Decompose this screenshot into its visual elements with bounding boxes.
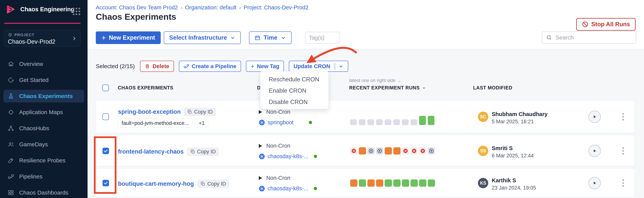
run-status-failed[interactable]: [419, 147, 426, 154]
delete-button[interactable]: Delete: [140, 61, 174, 72]
column-header-experiments[interactable]: CHAOS EXPERIMENTS: [118, 85, 173, 90]
run-status-running[interactable]: [368, 180, 375, 187]
sidebar-item-label: Application Maps: [19, 109, 63, 116]
select-infrastructure-dropdown[interactable]: Select Infrastructure: [164, 32, 241, 44]
module-grid-icon[interactable]: [73, 8, 80, 15]
experiment-name-link[interactable]: frontend-latency-chaos: [118, 148, 184, 155]
chevron-down-icon[interactable]: [338, 64, 344, 69]
sidebar-item-overview[interactable]: Overview: [0, 56, 88, 72]
menu-item-enable-cron[interactable]: Enable CRON: [269, 87, 306, 94]
run-status-completed[interactable]: [402, 180, 409, 187]
run-status-none[interactable]: [393, 119, 400, 125]
expand-triangle-icon[interactable]: [259, 176, 262, 180]
run-status-stopped[interactable]: [428, 147, 435, 154]
run-status-completed[interactable]: [359, 180, 366, 187]
chevron-down-icon[interactable]: [422, 86, 426, 90]
run-status-none[interactable]: [376, 119, 383, 125]
sidebar-item-get-started[interactable]: Get Started: [0, 72, 88, 88]
time-filter-dropdown[interactable]: Time: [249, 32, 292, 44]
column-header-recent-runs[interactable]: RECENT EXPERIMENT RUNS: [349, 85, 426, 90]
sidebar-item-gamedays[interactable]: GameDays: [0, 136, 88, 152]
run-experiment-button[interactable]: [588, 145, 601, 157]
recent-runs-strip: [350, 111, 434, 125]
tags-filter-input[interactable]: [305, 32, 340, 44]
run-status-running[interactable]: [350, 180, 358, 187]
new-tag-button[interactable]: + New Tag: [246, 61, 284, 72]
run-status-none[interactable]: [359, 119, 366, 125]
project-selector[interactable]: PROJECT Chaos-Dev-Prod2: [4, 30, 80, 47]
stop-all-runs-button[interactable]: Stop All Runs: [576, 18, 636, 31]
breadcrumb-org-link[interactable]: Organization: default: [185, 4, 236, 11]
selected-count-label: Selected (2/15): [96, 63, 135, 70]
run-status-none[interactable]: [368, 119, 374, 125]
sidebar-item-chaos-experiments[interactable]: Chaos Experiments: [4, 90, 84, 102]
breadcrumb-separator: ›: [180, 4, 182, 11]
create-pipeline-button[interactable]: Create a Pipeline: [179, 61, 241, 72]
tag-more-pill[interactable]: +1: [195, 119, 208, 128]
modified-date: 5 Mar 2025, 16:21: [492, 119, 534, 125]
modified-by-name: Smriti S: [492, 145, 513, 152]
update-cron-button[interactable]: Update CRON: [289, 61, 348, 72]
row-checkbox[interactable]: [102, 180, 109, 186]
run-status-stopped[interactable]: [368, 147, 375, 154]
row-checkbox[interactable]: [102, 148, 109, 154]
experiment-name-link[interactable]: spring-boot-exception: [118, 108, 181, 115]
run-status-running[interactable]: [376, 180, 383, 187]
network-icon: [8, 125, 14, 132]
run-status-completed[interactable]: [428, 180, 435, 187]
create-pipeline-label: Create a Pipeline: [192, 63, 236, 70]
row-menu-button[interactable]: [619, 111, 627, 123]
run-status-none[interactable]: [350, 119, 357, 125]
run-status-failed[interactable]: [410, 147, 418, 154]
column-header-last-modified[interactable]: LAST MODIFIED: [473, 85, 512, 90]
run-status-none[interactable]: [410, 119, 417, 125]
runs-order-hint: latest one on right side →: [349, 78, 401, 83]
menu-item-disable-cron[interactable]: Disable CRON: [269, 98, 308, 106]
sidebar-item-resilience-probes[interactable]: Resilience Probes: [0, 152, 88, 168]
copy-id-button[interactable]: Copy ID: [184, 108, 216, 116]
run-status-completed[interactable]: [419, 180, 426, 187]
run-status-completed[interactable]: [385, 180, 392, 187]
run-status-completed[interactable]: [393, 180, 400, 187]
run-experiment-button[interactable]: [588, 111, 601, 123]
experiment-row: frontend-latency-chaos Copy ID Non-Cron …: [96, 135, 635, 166]
trash-icon: [144, 64, 150, 69]
expand-triangle-icon[interactable]: [259, 144, 262, 148]
run-status-completed[interactable]: [410, 180, 418, 187]
expand-triangle-icon[interactable]: [259, 110, 262, 114]
row-menu-button[interactable]: [619, 145, 627, 157]
sidebar-item-pipelines[interactable]: Pipelines: [0, 168, 88, 184]
sidebar-item-chaoshubs[interactable]: ChaosHubs: [0, 120, 88, 136]
run-status-completed[interactable]: [419, 116, 426, 125]
run-status-none[interactable]: [385, 119, 391, 125]
breadcrumb-account-link[interactable]: Account: Chaos Dev Team Prod2: [96, 4, 178, 11]
copy-icon: [200, 181, 205, 186]
run-status-failed[interactable]: [402, 147, 409, 154]
breadcrumb-project-link[interactable]: Project: Chaos-Dev-Prod2: [244, 4, 308, 11]
copy-id-button[interactable]: Copy ID: [197, 180, 229, 188]
run-status-running[interactable]: [359, 147, 366, 154]
run-status-none[interactable]: [402, 119, 408, 125]
infrastructure-link[interactable]: chaosday-k8s-...: [268, 185, 308, 192]
infrastructure-link[interactable]: chaosday-k8s-...: [268, 153, 308, 160]
run-status-stopped[interactable]: [376, 147, 383, 154]
infrastructure-link[interactable]: springboot: [268, 119, 294, 126]
run-experiment-button[interactable]: [588, 177, 601, 189]
run-status-running[interactable]: [385, 147, 392, 154]
row-menu-button[interactable]: [619, 177, 627, 189]
new-experiment-button[interactable]: + New Experiment: [96, 32, 161, 44]
sidebar-item-application-maps[interactable]: Application Maps: [0, 104, 88, 120]
run-status-completed[interactable]: [428, 116, 434, 125]
tag-pill[interactable]: fault=pod-jvm-method-exce...: [118, 119, 192, 128]
menu-item-reschedule-cron[interactable]: Reschedule CRON: [269, 76, 319, 83]
copy-id-button[interactable]: Copy ID: [187, 148, 219, 156]
search-input[interactable]: [555, 34, 632, 41]
sidebar: Chaos Engineering PROJECT Chaos-Dev-Prod…: [0, 0, 88, 198]
run-status-failed[interactable]: [350, 147, 358, 154]
row-checkbox[interactable]: [102, 114, 109, 120]
select-all-checkbox[interactable]: [102, 85, 109, 91]
run-status-running[interactable]: [393, 147, 400, 154]
sidebar-item-chaos-dashboards[interactable]: Chaos Dashboards: [0, 184, 88, 198]
experiment-name-link[interactable]: boutique-cart-memory-hog: [118, 180, 194, 187]
schedule-type-label: Non-Cron: [266, 109, 290, 115]
